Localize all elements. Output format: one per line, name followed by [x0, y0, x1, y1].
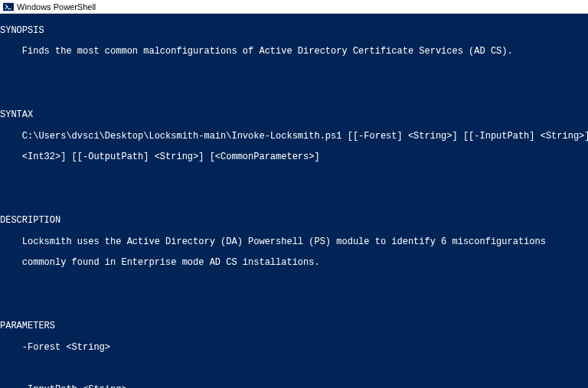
- blank-line: [0, 90, 588, 100]
- param-name: -InputPath <String>: [0, 385, 588, 388]
- window-titlebar[interactable]: Windows PowerShell: [0, 0, 588, 14]
- text-line: commonly found in Enterprise mode AD CS …: [0, 258, 588, 269]
- blank-line: [0, 68, 588, 79]
- blank-line: [0, 195, 588, 206]
- window-title: Windows PowerShell: [17, 2, 96, 11]
- param-name: -Forest <String>: [0, 343, 588, 354]
- text-line: Locksmith uses the Active Directory (DA)…: [0, 237, 588, 248]
- powershell-icon: [3, 2, 14, 12]
- text-line: <Int32>] [[-OutputPath] <String>] [<Comm…: [0, 152, 588, 163]
- blank-line: [0, 279, 588, 290]
- text-line: Finds the most common malconfigurations …: [0, 47, 588, 57]
- text-line: C:\Users\dvsci\Desktop\Locksmith-main\In…: [0, 132, 588, 142]
- section-header: DESCRIPTION: [0, 216, 588, 227]
- blank-line: [0, 301, 588, 311]
- section-header: SYNOPSIS: [0, 26, 588, 37]
- section-header: PARAMETERS: [0, 321, 588, 332]
- blank-line: [0, 364, 588, 374]
- blank-line: [0, 174, 588, 184]
- terminal-output[interactable]: SYNOPSIS Finds the most common malconfig…: [0, 14, 588, 388]
- section-header: SYNTAX: [0, 110, 588, 121]
